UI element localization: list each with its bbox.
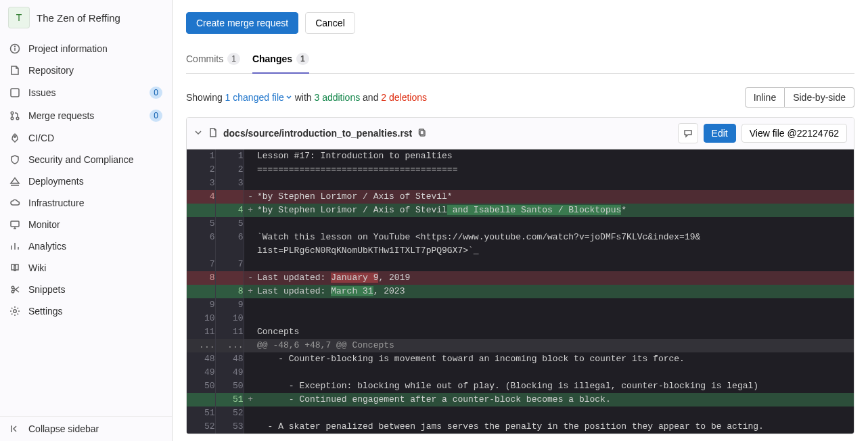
sidebar-item-analytics[interactable]: Analytics: [0, 235, 172, 257]
book-icon: [9, 262, 20, 273]
diff-sign: [244, 244, 257, 258]
view-sbs-button[interactable]: Side-by-side: [785, 87, 854, 108]
copy-path-button[interactable]: [417, 128, 427, 139]
line-number-old[interactable]: [187, 393, 215, 407]
line-number-old[interactable]: 4: [187, 190, 215, 204]
line-number-new[interactable]: ...: [215, 339, 244, 352]
line-number-new[interactable]: 7: [215, 258, 244, 271]
diff-row: 8+Last updated: March 31, 2023: [187, 285, 854, 298]
changed-files-link[interactable]: 1 changed file: [225, 92, 284, 103]
line-number-old[interactable]: [187, 204, 215, 217]
line-number-old[interactable]: 1: [187, 149, 215, 163]
line-number-old[interactable]: 52: [187, 420, 215, 434]
line-number-new[interactable]: [215, 271, 244, 285]
line-number-old[interactable]: 2: [187, 163, 215, 177]
line-number-old[interactable]: 11: [187, 325, 215, 339]
line-number-new[interactable]: 1: [215, 149, 244, 163]
line-number-new[interactable]: [215, 244, 244, 258]
diff-code: [257, 407, 854, 420]
chevron-down-icon[interactable]: [285, 92, 292, 103]
line-number-old[interactable]: ...: [187, 339, 215, 352]
line-number-new[interactable]: 52: [215, 407, 244, 420]
sidebar-item-merge-requests[interactable]: Merge requests 0: [0, 104, 172, 127]
sidebar-item-deployments[interactable]: Deployments: [0, 170, 172, 192]
line-number-new[interactable]: 50: [215, 379, 244, 393]
sidebar-item-project-info[interactable]: Project information: [0, 38, 172, 60]
line-number-new[interactable]: 49: [215, 366, 244, 379]
line-number-new[interactable]: 6: [215, 231, 244, 244]
diff-sign: [244, 217, 257, 231]
line-number-new[interactable]: 9: [215, 298, 244, 312]
line-number-new[interactable]: [215, 190, 244, 204]
line-number-old[interactable]: 49: [187, 366, 215, 379]
tab-changes[interactable]: Changes 1: [252, 46, 309, 73]
line-number-old[interactable]: 9: [187, 298, 215, 312]
view-inline-button[interactable]: Inline: [745, 87, 785, 108]
line-number-old[interactable]: 6: [187, 231, 215, 244]
changes-count-badge: 1: [296, 53, 309, 65]
diff-row: 33: [187, 177, 854, 190]
sidebar-item-infrastructure[interactable]: Infrastructure: [0, 192, 172, 214]
diff-code: *by Stephen Lorimor / Axis of Stevil*: [257, 190, 854, 204]
monitor-icon: [9, 219, 20, 230]
commits-count-badge: 1: [227, 53, 240, 65]
collapse-file-toggle[interactable]: [193, 128, 203, 139]
svg-point-11: [14, 310, 16, 312]
sidebar-item-monitor[interactable]: Monitor: [0, 214, 172, 235]
project-header[interactable]: T The Zen of Reffing: [0, 0, 172, 35]
line-number-old[interactable]: 50: [187, 379, 215, 393]
diff-row: 22 =====================================…: [187, 163, 854, 177]
line-number-old[interactable]: 3: [187, 177, 215, 190]
diff-row: 5152: [187, 407, 854, 420]
line-number-new[interactable]: 11: [215, 325, 244, 339]
line-number-old[interactable]: 10: [187, 312, 215, 325]
svg-rect-8: [11, 221, 19, 227]
line-number-old[interactable]: 8: [187, 271, 215, 285]
tab-commits[interactable]: Commits 1: [186, 46, 240, 73]
line-number-old[interactable]: 48: [187, 352, 215, 366]
deploy-icon: [9, 176, 20, 187]
diff-sign: [244, 258, 257, 271]
create-merge-request-button[interactable]: Create merge request: [186, 12, 298, 34]
sidebar-item-security[interactable]: Security and Compliance: [0, 149, 172, 170]
diff-row: 5253 - A skater penalized between jams s…: [187, 420, 854, 434]
diff-code: ======================================: [257, 163, 854, 177]
line-number-new[interactable]: 10: [215, 312, 244, 325]
sidebar-item-snippets[interactable]: Snippets: [0, 279, 172, 300]
collapse-sidebar-button[interactable]: Collapse sidebar: [0, 416, 172, 441]
sidebar-item-repository[interactable]: Repository: [0, 60, 172, 81]
line-number-old[interactable]: [187, 244, 215, 258]
diff-sign: [244, 366, 257, 379]
diff-code: Last updated: March 31, 2023: [257, 285, 854, 298]
line-number-new[interactable]: 8: [215, 285, 244, 298]
cancel-button[interactable]: Cancel: [305, 12, 355, 34]
line-number-old[interactable]: 51: [187, 407, 215, 420]
line-number-new[interactable]: 51: [215, 393, 244, 407]
line-number-new[interactable]: 3: [215, 177, 244, 190]
diff-sign: [244, 325, 257, 339]
sidebar-item-wiki[interactable]: Wiki: [0, 257, 172, 279]
diff-row: 8-Last updated: January 9, 2019: [187, 271, 854, 285]
line-number-old[interactable]: 5: [187, 217, 215, 231]
diff-code: [257, 217, 854, 231]
diff-row: 11 Lesson #17: Introduction to penalties: [187, 149, 854, 163]
line-number-old[interactable]: [187, 285, 215, 298]
line-number-new[interactable]: 4: [215, 204, 244, 217]
line-number-old[interactable]: 7: [187, 258, 215, 271]
sidebar-item-settings[interactable]: Settings: [0, 300, 172, 322]
view-file-button[interactable]: View file @22124762: [741, 124, 847, 143]
line-number-new[interactable]: 5: [215, 217, 244, 231]
line-number-new[interactable]: 2: [215, 163, 244, 177]
diff-code: [257, 258, 854, 271]
sidebar-item-issues[interactable]: Issues 0: [0, 81, 172, 104]
comment-button[interactable]: [678, 123, 698, 143]
line-number-new[interactable]: 53: [215, 420, 244, 434]
diff-row: list=PLRg6cN0RqKNomUbKTHw1ITXLT7pPQ9GX7>…: [187, 244, 854, 258]
line-number-new[interactable]: 48: [215, 352, 244, 366]
diff-sign: -: [244, 190, 257, 204]
diff-code: Concepts: [257, 325, 854, 339]
sidebar-item-cicd[interactable]: CI/CD: [0, 127, 172, 149]
issues-count-badge: 0: [150, 87, 162, 99]
svg-point-4: [11, 112, 14, 114]
edit-button[interactable]: Edit: [704, 124, 736, 143]
